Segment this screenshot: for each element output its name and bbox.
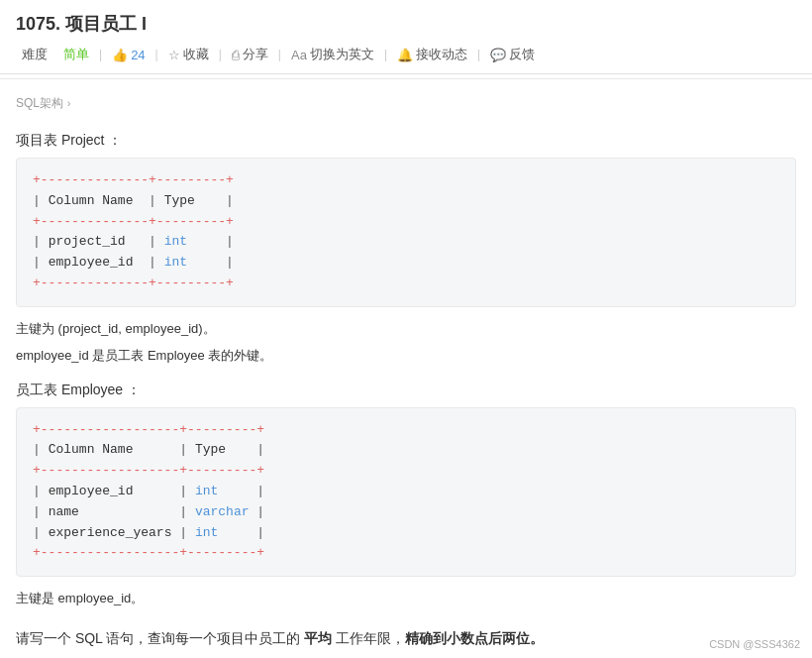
question-line1: 请写一个 SQL 语句，查询每一个项目中员工的 平均 工作年限，精确到小数点后两… [16,624,796,652]
page-header: 1075. 项目员工 I 难度 简单 | 👍 24 | ☆ 收藏 | ⎙ 分享 … [0,0,812,74]
like-button[interactable]: 👍 24 [106,46,151,64]
toolbar: 难度 简单 | 👍 24 | ☆ 收藏 | ⎙ 分享 | Aa 切换为英文 | … [16,44,796,73]
employee-table-code: +------------------+---------+ | Column … [16,407,796,578]
collect-button[interactable]: ☆ 收藏 [162,44,215,65]
breadcrumb-link[interactable]: SQL架构 [16,95,63,112]
breadcrumb-chevron: › [67,98,70,109]
main-content: 项目表 Project ： +--------------+---------+… [0,120,812,658]
translate-icon: Aa [291,48,307,62]
thumb-up-icon: 👍 [112,48,128,62]
page-title: 1075. 项目员工 I [16,12,796,36]
difficulty-level[interactable]: 简单 [57,44,95,65]
employee-section-title: 员工表 Employee ： [16,382,796,399]
header-divider [0,78,812,79]
feedback-icon: 💬 [490,48,506,62]
subscribe-button[interactable]: 🔔 接收动态 [391,44,473,65]
breadcrumb: SQL架构 › [0,87,812,120]
translate-button[interactable]: Aa 切换为英文 [285,44,380,65]
project-section-title: 项目表 Project ： [16,132,796,150]
star-icon: ☆ [168,48,180,62]
feedback-button[interactable]: 💬 反馈 [484,44,541,65]
avg-keyword: 平均 [304,630,332,646]
employee-note1: 主键是 employee_id。 [16,587,796,609]
difficulty-label: 难度 [16,44,53,65]
project-note2: employee_id 是员工表 Employee 表的外键。 [16,344,796,367]
project-table-code: +--------------+---------+ | Column Name… [16,158,796,307]
share-button[interactable]: ⎙ 分享 [226,44,274,65]
precision-keyword: 精确到小数点后两位。 [405,630,544,646]
question-section: 请写一个 SQL 语句，查询每一个项目中员工的 平均 工作年限，精确到小数点后两… [16,624,796,658]
project-note1: 主键为 (project_id, employee_id)。 [16,317,796,340]
bell-icon: 🔔 [397,48,413,62]
watermark: CSDN @SSS4362 [709,638,800,650]
share-icon: ⎙ [232,48,240,62]
